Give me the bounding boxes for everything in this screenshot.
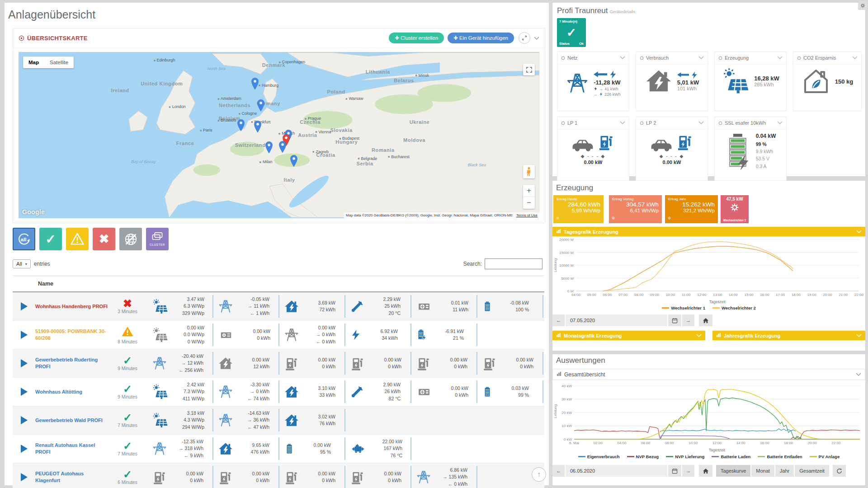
card-lp2-header[interactable]: LP 2	[636, 117, 708, 129]
device-name-link[interactable]: 51909-00005: POWRBANK 30-60/208	[35, 328, 108, 342]
date-field[interactable]: 06.05.2020	[566, 465, 667, 477]
zoom-out-button[interactable]: −	[523, 197, 535, 209]
card-ssl-header[interactable]: SSL esafer 10kWh	[715, 117, 786, 129]
device-cell-solar[interactable]: 2.42 kW7.3 W/Wp411 W/Wp	[147, 378, 213, 406]
device-cell-house[interactable]: 3.02 kW76 kWh	[279, 406, 345, 434]
table-row[interactable]: Gewerbebetrieb Ruderting PROFI✓9 Minutes…	[13, 349, 544, 378]
legend-item[interactable]: Batterie Entladen	[758, 454, 802, 459]
pegman-control[interactable]	[523, 165, 535, 178]
legend-item[interactable]: Batterie Laden	[712, 454, 750, 459]
device-cell-rod[interactable]: 2.29 kW25 kWh20 °C	[345, 292, 411, 320]
yield-stat-tile[interactable]: Ertrag Jahr 15.262 kWh 321,2 Wh/Wp	[665, 195, 718, 223]
view-button-gesamtzeit[interactable]: Gesamtzeit	[795, 465, 829, 477]
add-device-button[interactable]: ✚ Ein Gerät hinzufügen	[448, 33, 514, 43]
device-cell-bolt[interactable]: 6.92 kW34 kWh	[345, 321, 411, 349]
map-pin[interactable]	[278, 140, 288, 155]
device-cell-charger[interactable]: 0.00 kW0 kWh	[477, 349, 543, 377]
fullscreen-button[interactable]	[523, 64, 535, 75]
device-name-link[interactable]: PEUGEOT Autohaus Klagenfurt	[35, 470, 108, 484]
table-row[interactable]: Renault Autohaus Kassel PROFI✓7 Minutes-…	[13, 435, 544, 463]
map-pin[interactable]	[256, 99, 265, 113]
next-day-button[interactable]: →	[682, 465, 694, 477]
collapse-map-chevron[interactable]	[534, 34, 539, 42]
device-cell-charger[interactable]: 0.00 kW0 kWh	[345, 349, 411, 377]
device-name-link[interactable]: Gewerbebetrieb Wald PROFI	[35, 417, 108, 424]
legend-item[interactable]: Eigenverbrauch	[578, 454, 620, 459]
device-cell-house[interactable]: 3.10 kW33 kWh	[279, 378, 345, 406]
device-name-link[interactable]: Renault Autohaus Kassel PROFI	[35, 442, 108, 455]
map-pin[interactable]	[289, 154, 299, 169]
search-input[interactable]	[485, 258, 542, 269]
device-name-link[interactable]: Gewerbebetrieb Ruderting PROFI	[35, 357, 108, 370]
refresh-button[interactable]	[833, 465, 846, 477]
map-type-map[interactable]: Map	[23, 56, 44, 68]
legend-item[interactable]: NVP Lieferung	[666, 454, 704, 459]
card-erzeugung-header[interactable]: Erzeugung	[715, 52, 786, 64]
card-netz-header[interactable]: Netz	[557, 52, 629, 64]
filter-offline-button[interactable]	[119, 228, 142, 250]
view-button-tageskurve[interactable]: Tageskurve	[716, 465, 750, 477]
scroll-top-button[interactable]: ↑	[532, 467, 546, 482]
settings-button[interactable]	[858, 1, 867, 10]
play-button[interactable]	[13, 416, 35, 424]
map-pin[interactable]	[253, 120, 262, 135]
device-cell-genset[interactable]: 0.00 kW0 kWh	[213, 321, 279, 349]
table-row[interactable]: Wohnhaus Altötting✓9 Minutes2.42 kW7.3 W…	[13, 378, 544, 406]
next-day-button[interactable]: →	[682, 314, 694, 326]
europe-map[interactable]: United KingdomIrelandFranceGermanyPoland…	[19, 52, 539, 218]
device-cell-house[interactable]: 3.69 kW72 kWh	[279, 292, 345, 320]
entries-select[interactable]: All▾	[13, 259, 31, 268]
device-cell-battery[interactable]: 0.00 kW95 %	[279, 435, 345, 463]
play-button[interactable]	[13, 331, 35, 339]
table-row[interactable]: Gewerbebetrieb Wald PROFI✓7 Minutes3.18 …	[13, 406, 544, 435]
device-cell-pylon[interactable]: -20.40 kW→ 12 kWh← 256 kWh	[147, 349, 213, 377]
device-cell-engine[interactable]: 22.00 kW167 kWh76 °C	[345, 435, 411, 463]
inverter-tile[interactable]: 47,5 kW Wechselrichter 2	[721, 195, 749, 223]
filter-ok-button[interactable]: ✓	[39, 228, 62, 250]
device-cell-pylon[interactable]: -14.63 kW→ 36 kWh← 47 kWh	[213, 406, 279, 434]
device-cell-charger[interactable]: 0.00 kW0 kWh	[147, 463, 213, 488]
device-cell-solar[interactable]: 3.47 kW6.3 W/Wp329 W/Wp	[147, 292, 213, 320]
calendar-button[interactable]	[668, 314, 681, 326]
status-tile[interactable]: 7 Minute(n) ✓ Status Ok	[557, 18, 586, 47]
legend-item[interactable]: NVP Bezug	[627, 454, 659, 459]
monatsgrafik-bar[interactable]: Monatsgrafik Erzeugung	[552, 331, 705, 340]
device-cell-house[interactable]: 0.00 kW12 kWh	[213, 349, 279, 377]
view-button-jahr[interactable]: Jahr	[775, 465, 794, 477]
card-co2-header[interactable]: CO2 Ersparnis	[793, 52, 861, 64]
table-row[interactable]: Wohnhaus Handenberg PROFI✖3 Minutes3.47 …	[13, 292, 544, 321]
device-cell-solar[interactable]: 0.00 kW0.0 W/Wp0 W/Wp	[147, 321, 213, 349]
map-pin[interactable]	[264, 141, 274, 155]
device-cell-house[interactable]: 9.65 kW476 kWh	[213, 435, 279, 463]
map-pin[interactable]	[236, 118, 245, 133]
table-row[interactable]: 51909-00005: POWRBANK 30-60/2088 Minutes…	[13, 321, 544, 349]
device-cell-charger[interactable]: 0.00 kW0 kWh	[279, 463, 345, 488]
card-lp1-header[interactable]: LP 1	[557, 117, 629, 129]
legend-item[interactable]: PV Anlage	[810, 454, 840, 459]
terms-link[interactable]: Terms of Use	[516, 213, 538, 217]
yield-stat-tile[interactable]: Ertrag Heute 284,60 kWh 5,99 Wh/Wp	[553, 195, 604, 223]
device-cell-pylon[interactable]: -0.05 kW→ 11 kWh← 1 kWh	[213, 292, 279, 320]
device-name-link[interactable]: Wohnhaus Handenberg PROFI	[35, 303, 108, 310]
device-cell-charger[interactable]: 0.00 kW0 kWh	[411, 349, 477, 377]
device-cell-battery[interactable]: -0.08 kW100 %	[477, 292, 543, 320]
device-cell-charger[interactable]: 0.00 kW0 kWh	[279, 349, 345, 377]
home-button[interactable]	[699, 314, 712, 326]
jahresgrafik-bar[interactable]: Jahresgrafik Erzeugung	[712, 331, 865, 340]
zoom-control[interactable]: + −	[523, 185, 535, 209]
create-cluster-button[interactable]: ✚ Cluster erstellen	[389, 33, 444, 43]
table-header[interactable]: Name	[13, 276, 544, 292]
filter-warning-button[interactable]	[66, 228, 89, 250]
device-cell-battery[interactable]: 0.03 kW99 %	[477, 378, 543, 406]
calendar-button[interactable]	[668, 465, 681, 477]
prev-day-button[interactable]: ←	[552, 465, 565, 477]
play-button[interactable]	[13, 359, 35, 367]
device-cell-solar[interactable]: 3.18 kW4.3 W/Wp294 W/Wp	[147, 406, 213, 434]
device-name-link[interactable]: Wohnhaus Altötting	[35, 389, 108, 395]
tagesgrafik-bar[interactable]: Tagesgrafik Erzeugung	[552, 227, 865, 236]
device-cell-charger[interactable]: 0.00 kW0 kWh	[213, 463, 279, 488]
home-button[interactable]	[699, 465, 712, 477]
play-button[interactable]	[13, 473, 35, 481]
device-cell-pylon[interactable]: -12.35 kW→ 318 kWh← 9 kWh	[147, 435, 213, 463]
map-type-control[interactable]: Map Satellite	[23, 56, 74, 68]
